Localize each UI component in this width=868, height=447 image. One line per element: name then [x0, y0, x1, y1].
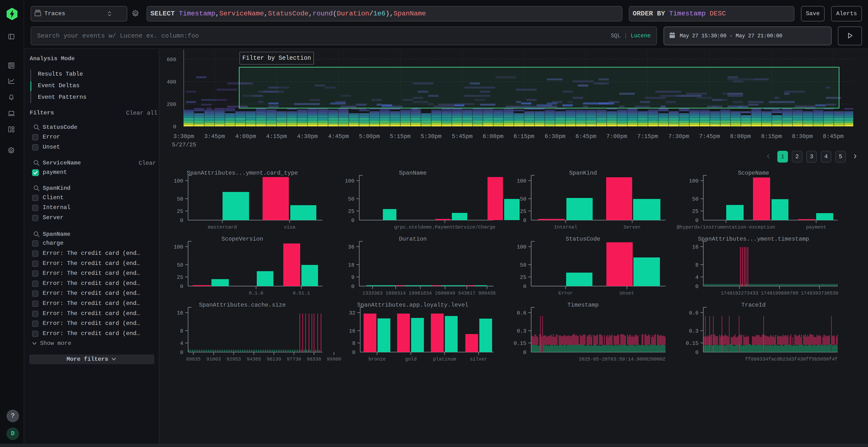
- svg-text:25: 25: [692, 209, 699, 215]
- svg-text:100: 100: [345, 178, 354, 184]
- svg-text:ff860334facdb23d3f430ff5b5050f: ff860334facdb23d3f430ff5b5050f4f: [745, 356, 838, 362]
- svg-text:100: 100: [517, 244, 526, 250]
- svg-text:16: 16: [692, 244, 699, 250]
- svg-text:0: 0: [180, 284, 183, 290]
- svg-text:0.3: 0.3: [517, 328, 526, 334]
- svg-text:SpanName: SpanName: [399, 170, 427, 176]
- svg-text:0.15: 0.15: [686, 341, 699, 347]
- svg-text:0: 0: [173, 124, 176, 130]
- svg-text:7:45pm: 7:45pm: [699, 133, 720, 140]
- svg-text:8:30pm: 8:30pm: [792, 133, 813, 140]
- svg-text:3:30pm: 3:30pm: [173, 133, 194, 140]
- svg-text:0.51.1: 0.51.1: [293, 290, 310, 296]
- svg-text:16: 16: [349, 328, 355, 334]
- svg-text:98338: 98338: [307, 356, 321, 362]
- svg-text:0: 0: [695, 350, 699, 356]
- svg-text:999435: 999435: [478, 290, 496, 296]
- svg-text:6:30pm: 6:30pm: [545, 133, 565, 140]
- svg-text:3:45pm: 3:45pm: [204, 133, 225, 140]
- svg-text:Timestamp: Timestamp: [567, 302, 599, 308]
- svg-text:1748192273433: 1748192273433: [721, 290, 758, 296]
- svg-text:9: 9: [351, 275, 354, 281]
- svg-text:0.6: 0.6: [517, 310, 526, 316]
- svg-text:100: 100: [689, 178, 699, 184]
- svg-text:5/27/25: 5/27/25: [172, 142, 196, 148]
- svg-text:32: 32: [349, 310, 355, 316]
- svg-text:ScopeName: ScopeName: [738, 170, 769, 176]
- svg-text:Duration: Duration: [399, 236, 427, 242]
- svg-text:0: 0: [352, 350, 355, 356]
- svg-text:0: 0: [180, 350, 183, 356]
- svg-text:25: 25: [177, 209, 183, 215]
- svg-text:4:15pm: 4:15pm: [266, 133, 287, 140]
- svg-text:0: 0: [695, 218, 699, 224]
- svg-text:0: 0: [695, 284, 699, 290]
- svg-text:94365: 94365: [247, 356, 261, 362]
- svg-text:0: 0: [180, 218, 183, 224]
- svg-text:0: 0: [523, 350, 526, 356]
- svg-text:TraceId: TraceId: [741, 302, 766, 308]
- svg-text:5:00pm: 5:00pm: [359, 133, 380, 140]
- svg-text:0.1.0: 0.1.0: [249, 290, 263, 296]
- svg-text:1333363: 1333363: [362, 290, 383, 296]
- svg-text:SpanAttributes.app.loyalty.lev: SpanAttributes.app.loyalty.level: [357, 302, 468, 308]
- svg-text:100: 100: [174, 244, 183, 250]
- svg-text:0: 0: [351, 284, 354, 290]
- svg-text:8:00pm: 8:00pm: [730, 133, 751, 140]
- svg-text:50: 50: [348, 196, 354, 202]
- svg-text:7:15pm: 7:15pm: [637, 133, 658, 140]
- svg-text:4:45pm: 4:45pm: [328, 133, 349, 140]
- svg-text:16: 16: [177, 310, 183, 316]
- svg-text:50: 50: [177, 262, 183, 268]
- svg-text:1698314: 1698314: [385, 290, 406, 296]
- svg-text:1748199880789: 1748199880789: [761, 290, 798, 296]
- svg-text:StatusCode: StatusCode: [566, 236, 600, 242]
- svg-text:100: 100: [174, 178, 183, 184]
- svg-text:50: 50: [692, 196, 699, 202]
- svg-text:SpanAttributes.cache.size: SpanAttributes.cache.size: [199, 302, 286, 308]
- svg-text:0: 0: [523, 284, 526, 290]
- svg-text:543017: 543017: [458, 290, 475, 296]
- svg-text:4:30pm: 4:30pm: [297, 133, 318, 140]
- svg-text:4: 4: [695, 275, 699, 281]
- svg-text:36: 36: [348, 244, 354, 250]
- svg-text:0.6: 0.6: [689, 310, 699, 316]
- svg-text:Server: Server: [623, 225, 641, 230]
- svg-text:SpanKind: SpanKind: [569, 170, 597, 176]
- svg-text:2025-05-28T03:59:14.900820000Z: 2025-05-28T03:59:14.900820000Z: [579, 356, 665, 362]
- svg-text:8: 8: [695, 262, 699, 268]
- svg-text:5:15pm: 5:15pm: [390, 133, 411, 140]
- svg-text:25: 25: [348, 209, 354, 215]
- svg-text:ScopeVersion: ScopeVersion: [222, 236, 263, 242]
- svg-text:97730: 97730: [287, 356, 301, 362]
- svg-text:25: 25: [177, 275, 183, 281]
- svg-text:8: 8: [180, 328, 183, 334]
- svg-text:6:00pm: 6:00pm: [483, 133, 503, 140]
- svg-text:99900: 99900: [327, 356, 341, 362]
- svg-text:grpc.oteldemo.PaymentService/C: grpc.oteldemo.PaymentService/Charge: [394, 225, 495, 230]
- svg-text:0: 0: [523, 218, 526, 224]
- svg-text:50: 50: [520, 262, 526, 268]
- svg-text:18: 18: [348, 262, 354, 268]
- svg-text:200: 200: [166, 102, 176, 108]
- svg-text:25: 25: [520, 209, 526, 215]
- svg-text:platinum: platinum: [433, 356, 456, 362]
- svg-text:100: 100: [517, 178, 526, 184]
- svg-text:50: 50: [520, 196, 526, 202]
- svg-text:2600849: 2600849: [435, 290, 455, 296]
- svg-text:silver: silver: [470, 356, 487, 362]
- svg-text:visa: visa: [284, 225, 296, 230]
- svg-text:Error: Error: [558, 290, 573, 296]
- svg-text:bronze: bronze: [368, 356, 386, 362]
- svg-text:gold: gold: [405, 356, 416, 362]
- svg-text:89835: 89835: [186, 356, 200, 362]
- svg-text:5:30pm: 5:30pm: [421, 133, 441, 140]
- svg-text:8:15pm: 8:15pm: [761, 133, 782, 140]
- svg-text:1748393738536: 1748393738536: [801, 290, 838, 296]
- svg-text:50: 50: [177, 196, 183, 202]
- svg-text:19961834: 19961834: [409, 290, 432, 296]
- svg-text:8: 8: [352, 341, 355, 347]
- svg-text:5:45pm: 5:45pm: [452, 133, 472, 140]
- svg-text:92953: 92953: [226, 356, 241, 362]
- svg-text:@hyperdx/instrumentation-excep: @hyperdx/instrumentation-exception: [677, 225, 775, 230]
